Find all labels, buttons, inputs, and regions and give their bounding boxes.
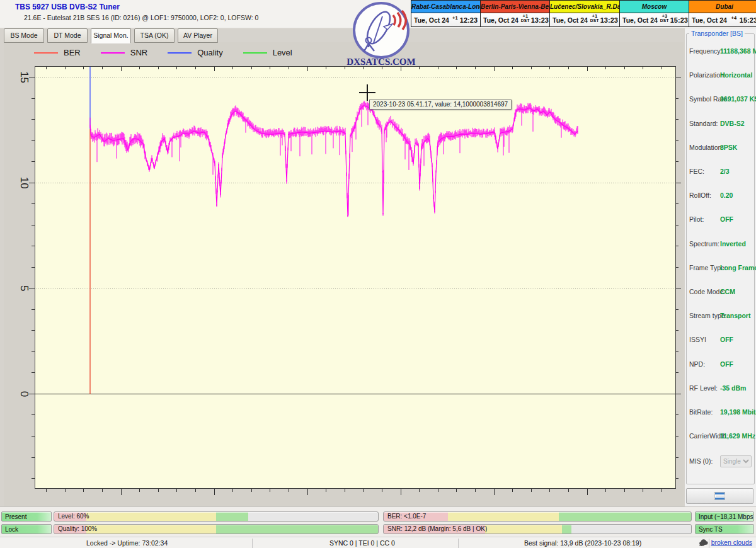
field-value: 2/3: [720, 168, 730, 175]
tab-signal-mon-[interactable]: Signal Mon.: [91, 28, 131, 43]
weather-icon: [699, 539, 709, 546]
svg-text:0: 0: [18, 391, 30, 397]
clock-panel: Rabat-Casablanca-London Tue, Oct 24 +1 1…: [411, 0, 481, 27]
dxsatcs-logo: DXSATCS.COM: [342, 1, 420, 68]
clock-panel: Dubai Tue, Oct 24 +4 15:23: [689, 0, 756, 27]
field-value: CCM: [720, 288, 735, 295]
clock-panel: Berlin-Paris-Vienna-Belgrade Tue, Oct 24…: [481, 0, 550, 27]
field-label: Standard:: [689, 120, 718, 127]
utc-offset-value: +1: [452, 16, 458, 20]
field-value: 8PSK: [720, 144, 737, 151]
sync-ts-badge: Sync TS: [695, 524, 754, 534]
signal-monitor-chart: BERSNRQualityLevel 051015: [4, 42, 684, 506]
input-rate-badge: Input (~18,31 Mbps): [695, 511, 754, 522]
field-value: Long Frame: [720, 264, 756, 271]
field-label: FEC:: [689, 168, 704, 175]
field-label: Frequency:: [689, 47, 723, 55]
sync-counters: SYNC 0 | TEI 0 | CC 0: [329, 539, 395, 547]
field-label: Pilot:: [689, 215, 704, 223]
field-value: Horizontal: [720, 71, 752, 79]
clock-date: Tue, Oct 24: [414, 16, 449, 24]
transponder-row: Frame Type:Long Frame: [685, 264, 756, 273]
clock-date: Tue, Oct 24: [692, 16, 727, 24]
field-value: OFF: [720, 360, 733, 368]
clock-panel: Lučenec/Slovakia_R.Dávid Tue, Oct 24 +1 …: [550, 0, 620, 27]
clock-time-row: Tue, Oct 24 +1 DST 13:23: [481, 13, 549, 26]
uptime-status: Locked -> Uptime: 73:02:34: [86, 539, 168, 547]
svg-text:15: 15: [18, 71, 30, 83]
clock-city-label: Berlin-Paris-Vienna-Belgrade: [481, 1, 549, 13]
mis-select[interactable]: Single: [720, 455, 752, 467]
field-value: Inverted: [720, 240, 746, 248]
clock-time: 12:23: [460, 16, 478, 24]
mis-label: MIS (0):: [689, 457, 713, 465]
field-value: DVB-S2: [720, 120, 745, 127]
clock-city-label: Rabat-Casablanca-London: [411, 1, 480, 13]
quality-bar: Quality: 100%: [54, 524, 379, 534]
field-label: BitRate:: [689, 408, 713, 416]
level-bar-label: Level: 60%: [58, 513, 89, 520]
status-area: Present Level: 60% BER: <1.0E-7 Input (~…: [0, 506, 756, 548]
clock-panel: Moscow Tue, Oct 24 +3 DST 15:23: [620, 0, 689, 27]
transponder-row: RF Level:-35 dBm: [685, 384, 756, 393]
field-value: 9691,037 KS/s: [720, 95, 756, 103]
mis-row: MIS (0):Single: [685, 457, 756, 466]
tab-dt-mode[interactable]: DT Mode: [47, 28, 88, 43]
tab-av-player[interactable]: AV Player: [178, 28, 218, 43]
statusbar: Locked -> Uptime: 73:02:34 SYNC 0 | TEI …: [0, 537, 756, 548]
utc-offset: +3 DST: [660, 14, 669, 23]
transponder-row: CarrierWidth:11,629 MHz: [685, 432, 756, 441]
transponder-row: Standard:DVB-S2: [685, 120, 756, 128]
clock-time-row: Tue, Oct 24 +1 12:23: [411, 13, 480, 26]
tab-bar: BS ModeDT ModeSignal Mon.TSA (OK)AV Play…: [4, 28, 218, 43]
lock-badge: Lock: [1, 524, 52, 534]
clock-time-row: Tue, Oct 24 +3 DST 15:23: [620, 13, 689, 26]
transponder-row: BitRate:19,198 Mbit/s: [685, 408, 756, 417]
transponder-row: RollOff:0.20: [685, 191, 756, 200]
app-title: TBS 5927 USB DVB-S2 Tuner: [15, 3, 120, 11]
transponder-row: Polarization:Horizontal: [685, 71, 756, 80]
chart-tooltip: 2023-10-23 05.41.17, value: 14,100000381…: [369, 100, 512, 110]
field-label: Modulation:: [689, 144, 723, 151]
transponder-row: Stream type:Transport: [685, 312, 756, 321]
utc-offset-value: +4: [731, 16, 737, 20]
transponder-row: Frequency:11188,368 MHz: [685, 47, 756, 56]
clock-date: Tue, Oct 24: [483, 16, 518, 24]
svg-text:5: 5: [18, 285, 30, 291]
clock-date: Tue, Oct 24: [622, 16, 658, 24]
dst-label: DST: [660, 18, 669, 23]
utc-offset: +4: [730, 16, 738, 20]
world-clocks: Rabat-Casablanca-London Tue, Oct 24 +1 1…: [411, 0, 756, 27]
field-value: OFF: [720, 336, 733, 343]
transponder-row: FEC:2/3: [685, 168, 756, 176]
field-value: 0.20: [720, 191, 733, 199]
weather-widget[interactable]: broken clouds: [699, 539, 752, 546]
field-value: -35 dBm: [720, 384, 746, 392]
quality-bar-label: Quality: 100%: [58, 525, 97, 532]
dst-label: DST: [521, 18, 530, 23]
utc-offset: +1 DST: [590, 14, 599, 23]
transponder-panel-title: Transponder [BS]: [689, 30, 745, 37]
dst-label: DST: [590, 18, 599, 23]
utc-offset: +1 DST: [521, 14, 530, 23]
stream-list-button[interactable]: [686, 488, 753, 504]
present-badge: Present: [1, 511, 52, 522]
weather-link[interactable]: broken clouds: [711, 539, 752, 546]
tab-bs-mode[interactable]: BS Mode: [4, 28, 44, 43]
snr-bar-label: SNR: 12,2 dB (Margin: 5,6 dB | OK): [387, 525, 487, 532]
tab-tsa-ok-[interactable]: TSA (OK): [134, 28, 175, 43]
tuner-lnb-subtitle: 21.6E - Eutelsat 21B SES 16 (ID: 0216) @…: [24, 14, 258, 21]
svg-text:10: 10: [18, 177, 30, 189]
clock-time: 15:23: [740, 16, 756, 24]
clock-time-row: Tue, Oct 24 +1 DST 13:23: [550, 13, 619, 26]
clock-city-label: Lučenec/Slovakia_R.Dávid: [550, 1, 619, 13]
field-label: ISSYI: [689, 336, 706, 343]
transponder-row: NPD:OFF: [685, 360, 756, 369]
clock-time: 15:23: [670, 16, 688, 24]
clock-city-label: Dubai: [689, 1, 756, 13]
transponder-row: Modulation:8PSK: [685, 144, 756, 152]
level-bar: Level: 60%: [54, 511, 379, 522]
field-value: 11188,368 MHz: [720, 47, 756, 55]
field-value: 11,629 MHz: [720, 432, 755, 440]
snr-chart-plot[interactable]: 051015: [4, 42, 684, 506]
